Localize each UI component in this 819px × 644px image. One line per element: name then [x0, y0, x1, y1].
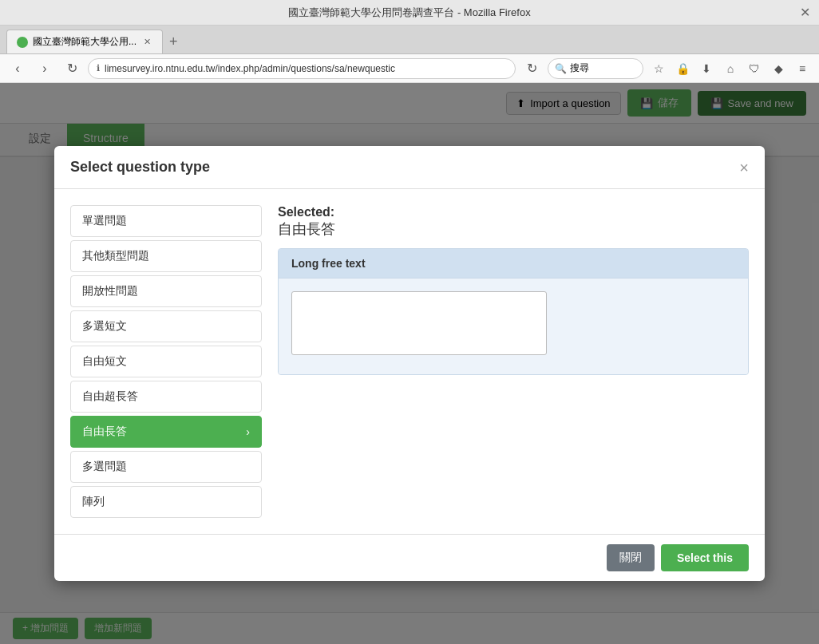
download-icon[interactable]: ⬇ [696, 58, 717, 79]
extension-icon[interactable]: ◆ [768, 58, 789, 79]
modal-overlay: Select question type × 單選問題 其他類型問題 開放性問題 [0, 83, 819, 644]
preview-card-header: Long free text [279, 249, 748, 279]
url-lock-icon: ℹ [97, 63, 100, 73]
search-icon: 🔍 [555, 63, 567, 74]
cancel-button[interactable]: 關閉 [607, 544, 655, 571]
new-tab-button[interactable]: + [163, 30, 184, 53]
search-placeholder: 搜尋 [570, 61, 589, 75]
modal-title: Select question type [70, 159, 210, 176]
question-type-multi-choice[interactable]: 多選問題 [70, 451, 262, 483]
toolbar-icons: ☆ 🔒 ⬇ ⌂ 🛡 ◆ ≡ [648, 58, 813, 79]
tab-favicon [17, 37, 28, 48]
preview-card: Long free text [278, 248, 749, 375]
browser-title: 國立臺灣師範大學公用問卷調查平台 - Mozilla Firefox [288, 6, 530, 20]
selected-label: Selected: 自由長答 [278, 205, 749, 239]
browser-close-button[interactable]: ✕ [798, 6, 811, 19]
browser-toolbar: ‹ › ↻ ℹ limesurvey.iro.ntnu.edu.tw/index… [0, 54, 819, 83]
question-type-free-very-long[interactable]: 自由超長答 [70, 381, 262, 413]
bookmark-icon[interactable]: ☆ [648, 58, 669, 79]
question-type-array[interactable]: 陣列 [70, 486, 262, 518]
question-type-list: 單選問題 其他類型問題 開放性問題 多選短文 自由短文 自由 [70, 205, 262, 518]
forward-button[interactable]: › [34, 57, 56, 80]
question-type-multi-short[interactable]: 多選短文 [70, 310, 262, 342]
question-type-open[interactable]: 開放性問題 [70, 275, 262, 307]
page-background: ⬆ Import a question 💾 儲存 💾 Save and new … [0, 83, 819, 644]
modal-close-button[interactable]: × [739, 160, 749, 176]
lock-icon[interactable]: 🔒 [672, 58, 693, 79]
question-type-free-short[interactable]: 自由短文 [70, 346, 262, 377]
home-icon[interactable]: ⌂ [720, 58, 741, 79]
back-button[interactable]: ‹ [6, 57, 29, 80]
tab-close-button[interactable]: ✕ [141, 37, 152, 48]
question-type-free-long[interactable]: 自由長答 › [70, 416, 262, 448]
url-bar[interactable]: ℹ limesurvey.iro.ntnu.edu.tw/index.php/a… [88, 58, 516, 79]
question-type-single-choice[interactable]: 單選問題 [70, 205, 262, 237]
menu-icon[interactable]: ≡ [792, 58, 813, 79]
active-chevron-icon: › [246, 425, 250, 438]
modal-header: Select question type × [54, 146, 765, 189]
select-question-type-modal: Select question type × 單選問題 其他類型問題 開放性問題 [54, 146, 765, 581]
browser-tabs-bar: 國立臺灣師範大學公用... ✕ + ⊞ [0, 26, 819, 54]
url-text: limesurvey.iro.ntnu.edu.tw/index.php/adm… [105, 63, 395, 74]
modal-footer: 關閉 Select this [54, 534, 765, 581]
search-bar[interactable]: 🔍 搜尋 [548, 58, 643, 79]
select-this-button[interactable]: Select this [661, 544, 749, 571]
preview-textarea [291, 291, 547, 355]
reload-button[interactable]: ↻ [520, 57, 543, 80]
refresh-button[interactable]: ↻ [61, 57, 83, 80]
browser-titlebar: 國立臺灣師範大學公用問卷調查平台 - Mozilla Firefox ✕ [0, 0, 819, 26]
question-type-other[interactable]: 其他類型問題 [70, 240, 262, 272]
preview-card-body [279, 279, 748, 374]
browser-tab-active[interactable]: 國立臺灣師範大學公用... ✕ [6, 30, 163, 53]
modal-body: 單選問題 其他類型問題 開放性問題 多選短文 自由短文 自由 [54, 189, 765, 534]
tab-label: 國立臺灣師範大學公用... [33, 35, 136, 49]
preview-area: Selected: 自由長答 Long free text [278, 205, 749, 518]
shield-icon[interactable]: 🛡 [744, 58, 765, 79]
